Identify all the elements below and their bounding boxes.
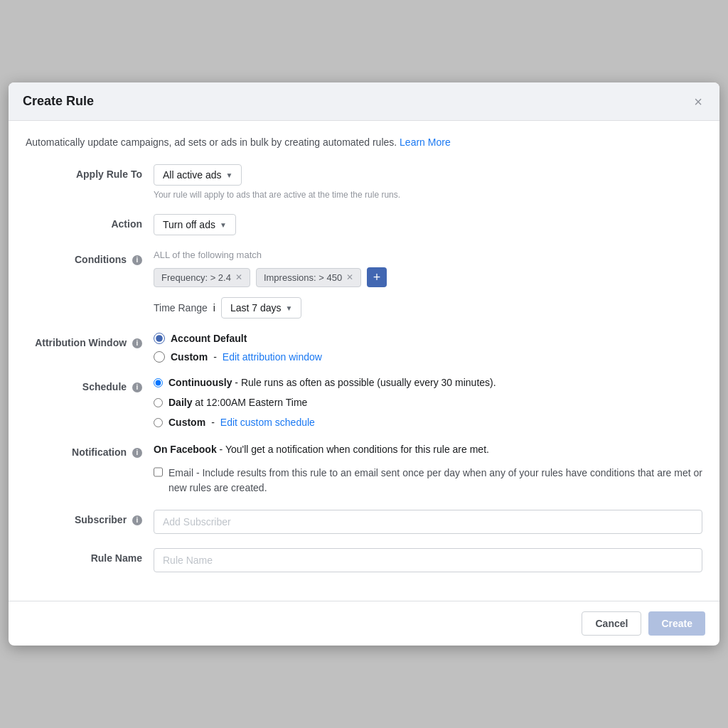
intro-text: Automatically update campaigns, ad sets … (26, 135, 702, 150)
conditions-info-icon: i (132, 255, 142, 265)
condition-tag-impressions: Impressions: > 450 ✕ (256, 268, 361, 287)
remove-impressions-icon[interactable]: ✕ (346, 272, 353, 282)
subscriber-label: Subscriber i (26, 510, 154, 525)
close-button[interactable]: × (691, 95, 705, 109)
create-rule-modal: Create Rule × Automatically update campa… (9, 82, 719, 646)
schedule-label: Schedule i (26, 377, 154, 392)
conditions-content: ALL of the following match Frequency: > … (154, 250, 702, 318)
schedule-custom-radio[interactable] (154, 418, 163, 427)
attribution-account-default-label[interactable]: Account Default (171, 333, 247, 344)
conditions-row: Conditions i ALL of the following match … (26, 250, 702, 318)
cancel-button[interactable]: Cancel (582, 611, 641, 636)
apply-rule-helper: Your rule will apply to ads that are act… (154, 190, 702, 200)
subscriber-row: Subscriber i (26, 510, 702, 534)
apply-rule-dropdown-arrow: ▼ (225, 171, 232, 179)
schedule-custom-label[interactable]: Custom (168, 417, 205, 428)
remove-frequency-icon[interactable]: ✕ (235, 272, 242, 282)
modal-footer: Cancel Create (9, 601, 719, 646)
notification-email-row: Email - Include results from this rule t… (154, 466, 702, 496)
attribution-content: Account Default Custom - Edit attributio… (154, 333, 702, 363)
time-range-label: Time Range (154, 302, 208, 314)
conditions-label: Conditions i (26, 250, 154, 265)
schedule-daily-row: Daily at 12:00AM Eastern Time (154, 397, 702, 408)
attribution-label: Attribution Window i (26, 333, 154, 348)
notification-label: Notification i (26, 442, 154, 458)
attribution-custom-radio[interactable] (154, 351, 165, 363)
rule-name-row: Rule Name (26, 548, 702, 572)
time-range-arrow: ▼ (285, 304, 292, 312)
intro-main-text: Automatically update campaigns, ad sets … (26, 136, 397, 148)
rule-name-input[interactable] (154, 548, 702, 572)
condition-tag-frequency: Frequency: > 2.4 ✕ (154, 268, 250, 287)
notification-email-label[interactable]: Email - Include results from this rule t… (168, 466, 702, 496)
edit-attribution-link[interactable]: Edit attribution window (223, 351, 322, 363)
schedule-custom-row: Custom - Edit custom schedule (154, 417, 702, 428)
edit-custom-schedule-link[interactable]: Edit custom schedule (220, 417, 315, 428)
modal-header: Create Rule × (9, 82, 719, 121)
attribution-info-icon: i (132, 338, 142, 348)
action-content: Turn off ads ▼ (154, 214, 702, 235)
attribution-custom-label[interactable]: Custom (171, 351, 208, 363)
schedule-daily-radio[interactable] (154, 398, 163, 407)
attribution-custom-row: Custom - Edit attribution window (154, 351, 702, 363)
modal-title: Create Rule (23, 94, 94, 109)
subscriber-info-icon: i (132, 515, 142, 525)
action-row: Action Turn off ads ▼ (26, 214, 702, 235)
create-button[interactable]: Create (648, 611, 705, 636)
notification-row: Notification i On Facebook - You'll get … (26, 442, 702, 496)
schedule-continuously-radio[interactable] (154, 378, 163, 387)
time-range-row: Time Range i Last 7 days ▼ (154, 297, 702, 318)
add-condition-button[interactable]: + (367, 267, 387, 287)
learn-more-link[interactable]: Learn More (400, 136, 451, 148)
time-range-dropdown[interactable]: Last 7 days ▼ (221, 297, 302, 318)
attribution-account-default-row: Account Default (154, 333, 702, 344)
rule-name-content (154, 548, 702, 572)
apply-rule-label: Apply Rule To (26, 164, 154, 180)
schedule-continuously-row: Continuously - Rule runs as often as pos… (154, 377, 702, 388)
schedule-daily-label[interactable]: Daily at 12:00AM Eastern Time (168, 397, 307, 408)
action-dropdown-arrow: ▼ (220, 221, 227, 229)
attribution-account-default-radio[interactable] (154, 333, 165, 344)
apply-rule-row: Apply Rule To All active ads ▼ Your rule… (26, 164, 702, 200)
schedule-content: Continuously - Rule runs as often as pos… (154, 377, 702, 428)
time-range-info-icon: i (213, 302, 215, 314)
attribution-row: Attribution Window i Account Default Cus… (26, 333, 702, 363)
schedule-continuously-label[interactable]: Continuously - Rule runs as often as pos… (168, 377, 496, 388)
apply-rule-content: All active ads ▼ Your rule will apply to… (154, 164, 702, 200)
modal-body: Automatically update campaigns, ad sets … (9, 121, 719, 601)
subscriber-input[interactable] (154, 510, 702, 534)
notification-main-text: On Facebook - You'll get a notification … (154, 442, 702, 457)
notification-email-checkbox[interactable] (154, 467, 163, 477)
subscriber-content (154, 510, 702, 534)
conditions-tags: Frequency: > 2.4 ✕ Impressions: > 450 ✕ … (154, 267, 702, 287)
conditions-all-match: ALL of the following match (154, 250, 702, 260)
rule-name-label: Rule Name (26, 548, 154, 564)
notification-content: On Facebook - You'll get a notification … (154, 442, 702, 496)
notification-info-icon: i (132, 448, 142, 458)
schedule-row: Schedule i Continuously - Rule runs as o… (26, 377, 702, 428)
schedule-info-icon: i (132, 382, 142, 392)
apply-rule-dropdown[interactable]: All active ads ▼ (154, 164, 242, 186)
action-label: Action (26, 214, 154, 230)
action-dropdown[interactable]: Turn off ads ▼ (154, 214, 236, 235)
